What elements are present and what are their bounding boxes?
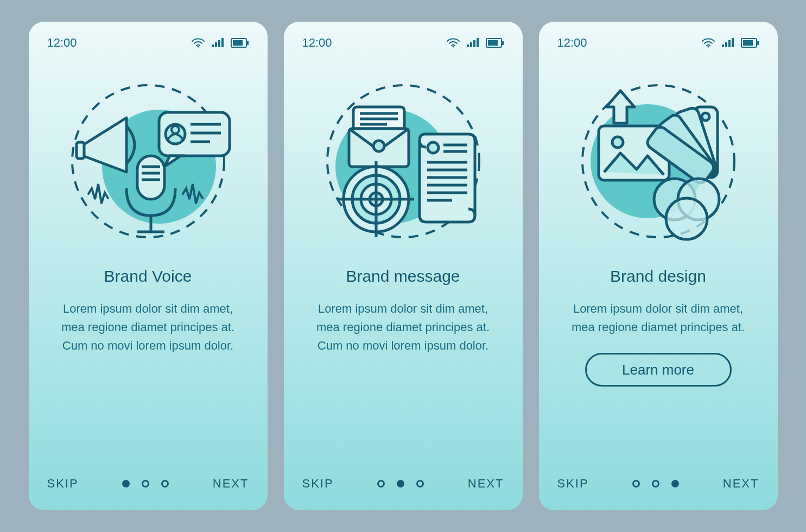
footer-nav: SKIP NEXT bbox=[47, 477, 249, 491]
onboarding-screen-3: 12:00 bbox=[539, 22, 778, 510]
dot-3[interactable] bbox=[161, 480, 169, 487]
wifi-icon bbox=[192, 38, 205, 48]
status-bar: 12:00 bbox=[302, 36, 504, 50]
battery-icon bbox=[741, 38, 759, 48]
signal-icon bbox=[211, 38, 224, 48]
screen-description: Lorem ipsum dolor sit dim amet, mea regi… bbox=[557, 300, 759, 337]
status-bar: 12:00 bbox=[47, 36, 249, 50]
skip-button[interactable]: SKIP bbox=[47, 477, 79, 491]
svg-rect-59 bbox=[743, 40, 753, 46]
signal-icon bbox=[721, 38, 734, 48]
svg-point-23 bbox=[452, 46, 454, 48]
svg-rect-2 bbox=[215, 42, 217, 47]
brand-message-illustration bbox=[302, 72, 504, 251]
svg-rect-10 bbox=[77, 142, 84, 159]
screen-title: Brand message bbox=[302, 267, 504, 286]
svg-point-44 bbox=[428, 142, 439, 153]
status-bar: 12:00 bbox=[557, 36, 759, 50]
brand-voice-illustration bbox=[47, 72, 249, 251]
wifi-icon bbox=[447, 38, 460, 48]
skip-button[interactable]: SKIP bbox=[302, 477, 334, 491]
dot-1[interactable] bbox=[632, 480, 640, 487]
brand-design-illustration bbox=[557, 72, 759, 251]
svg-rect-54 bbox=[722, 45, 724, 47]
dot-2[interactable] bbox=[652, 480, 659, 487]
battery-icon bbox=[231, 38, 249, 48]
svg-rect-17 bbox=[137, 156, 164, 199]
screen-title: Brand design bbox=[557, 267, 759, 286]
screen-title: Brand Voice bbox=[47, 267, 249, 286]
next-button[interactable]: NEXT bbox=[213, 477, 249, 491]
onboarding-screen-2: 12:00 bbox=[284, 22, 523, 510]
svg-rect-3 bbox=[218, 40, 220, 47]
svg-point-66 bbox=[702, 113, 709, 121]
svg-rect-25 bbox=[470, 42, 472, 47]
footer-nav: SKIP NEXT bbox=[302, 477, 504, 491]
learn-more-button[interactable]: Learn more bbox=[585, 353, 732, 387]
dot-1[interactable] bbox=[377, 480, 385, 487]
svg-point-37 bbox=[373, 141, 384, 151]
svg-rect-57 bbox=[732, 38, 734, 47]
status-icons bbox=[192, 38, 249, 48]
dot-1[interactable] bbox=[122, 480, 130, 487]
svg-rect-29 bbox=[488, 40, 498, 46]
svg-point-53 bbox=[707, 46, 709, 48]
svg-rect-27 bbox=[477, 38, 479, 47]
svg-rect-1 bbox=[212, 45, 214, 47]
svg-point-0 bbox=[197, 46, 199, 48]
onboarding-screen-1: 12:00 bbox=[29, 22, 268, 510]
screen-description: Lorem ipsum dolor sit dim amet, mea regi… bbox=[302, 300, 504, 355]
svg-rect-26 bbox=[473, 40, 475, 47]
dot-2[interactable] bbox=[142, 480, 149, 487]
svg-rect-55 bbox=[725, 42, 727, 47]
next-button[interactable]: NEXT bbox=[468, 477, 504, 491]
status-icons bbox=[702, 38, 759, 48]
status-time: 12:00 bbox=[302, 36, 332, 50]
svg-rect-60 bbox=[757, 41, 759, 45]
svg-point-72 bbox=[666, 198, 707, 239]
svg-rect-30 bbox=[502, 41, 504, 45]
dot-2[interactable] bbox=[397, 480, 404, 487]
screen-description: Lorem ipsum dolor sit dim amet, mea regi… bbox=[47, 300, 249, 355]
status-time: 12:00 bbox=[557, 36, 587, 50]
page-dots bbox=[632, 480, 679, 487]
status-time: 12:00 bbox=[47, 36, 77, 50]
svg-point-64 bbox=[612, 137, 623, 148]
dot-3[interactable] bbox=[671, 480, 679, 487]
battery-icon bbox=[486, 38, 504, 48]
page-dots bbox=[122, 480, 169, 487]
next-button[interactable]: NEXT bbox=[723, 477, 759, 491]
svg-rect-4 bbox=[221, 38, 224, 47]
signal-icon bbox=[466, 38, 479, 48]
svg-rect-24 bbox=[467, 45, 469, 47]
skip-button[interactable]: SKIP bbox=[557, 477, 589, 491]
svg-rect-7 bbox=[247, 41, 249, 45]
svg-rect-6 bbox=[233, 40, 243, 46]
status-icons bbox=[447, 38, 504, 48]
footer-nav: SKIP NEXT bbox=[557, 477, 759, 491]
dot-3[interactable] bbox=[416, 480, 424, 487]
svg-rect-56 bbox=[728, 40, 731, 47]
page-dots bbox=[377, 480, 424, 487]
wifi-icon bbox=[702, 38, 715, 48]
